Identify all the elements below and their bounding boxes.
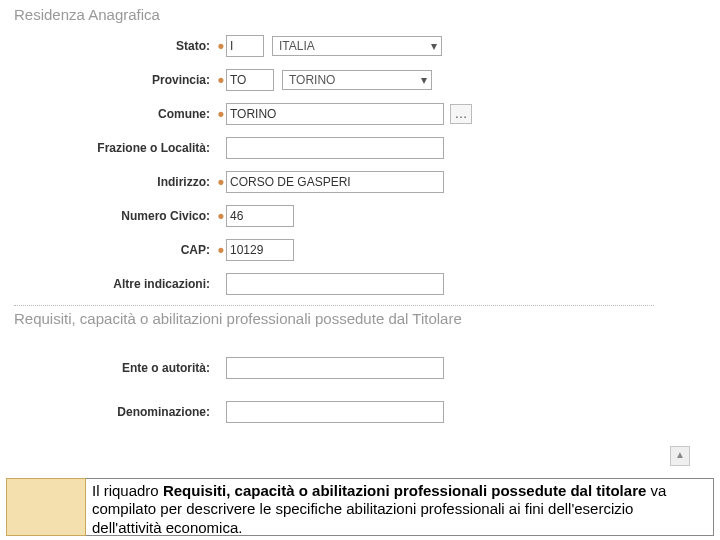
instruction-prefix: Il riquadro [92, 482, 163, 499]
label-comune: Comune: [10, 107, 216, 121]
altre-input[interactable] [226, 273, 444, 295]
required-dot: • [216, 177, 226, 187]
label-numero-civico: Numero Civico: [10, 209, 216, 223]
stato-select[interactable]: ITALIA ▾ [272, 36, 442, 56]
denominazione-input[interactable] [226, 401, 444, 423]
required-dot: • [216, 109, 226, 119]
ente-input[interactable] [226, 357, 444, 379]
instruction-text: Il riquadro Requisiti, capacità o abilit… [86, 478, 714, 536]
section-separator [14, 305, 654, 306]
label-frazione: Frazione o Località: [10, 141, 216, 155]
form-residenza: Residenza Anagrafica Stato: • ITALIA ▾ P… [0, 0, 720, 433]
required-dot: • [216, 211, 226, 221]
row-altre: Altre indicazioni: [10, 271, 690, 297]
row-frazione: Frazione o Località: [10, 135, 690, 161]
section-title-requisiti: Requisiti, capacità o abilitazioni profe… [14, 310, 690, 327]
scroll-up-button[interactable]: ▲ [670, 446, 690, 466]
instruction-bold: Requisiti, capacità o abilitazioni profe… [163, 482, 646, 499]
provincia-select-value: TORINO [289, 73, 335, 87]
row-cap: CAP: • [10, 237, 690, 263]
chevron-down-icon: ▾ [421, 73, 427, 87]
chevron-up-icon: ▲ [675, 449, 685, 460]
numero-civico-input[interactable] [226, 205, 294, 227]
provincia-select[interactable]: TORINO ▾ [282, 70, 432, 90]
callout-color-tab [6, 478, 86, 536]
provincia-code-input[interactable] [226, 69, 274, 91]
row-indirizzo: Indirizzo: • [10, 169, 690, 195]
comune-input[interactable] [226, 103, 444, 125]
label-indirizzo: Indirizzo: [10, 175, 216, 189]
ellipsis-icon: … [455, 106, 468, 121]
cap-input[interactable] [226, 239, 294, 261]
required-dot: • [216, 75, 226, 85]
label-ente: Ente o autorità: [10, 361, 216, 375]
label-provincia: Provincia: [10, 73, 216, 87]
label-denominazione: Denominazione: [10, 405, 216, 419]
frazione-input[interactable] [226, 137, 444, 159]
stato-select-value: ITALIA [279, 39, 315, 53]
chevron-down-icon: ▾ [431, 39, 437, 53]
required-dot: • [216, 245, 226, 255]
row-provincia: Provincia: • TORINO ▾ [10, 67, 690, 93]
indirizzo-input[interactable] [226, 171, 444, 193]
label-cap: CAP: [10, 243, 216, 257]
label-stato: Stato: [10, 39, 216, 53]
instruction-callout: Il riquadro Requisiti, capacità o abilit… [6, 478, 714, 536]
stato-code-input[interactable] [226, 35, 264, 57]
row-stato: Stato: • ITALIA ▾ [10, 33, 690, 59]
section-title-residenza: Residenza Anagrafica [14, 6, 690, 23]
row-numero-civico: Numero Civico: • [10, 203, 690, 229]
label-altre: Altre indicazioni: [10, 277, 216, 291]
comune-lookup-button[interactable]: … [450, 104, 472, 124]
row-denominazione: Denominazione: [10, 399, 690, 425]
required-dot: • [216, 41, 226, 51]
row-ente: Ente o autorità: [10, 355, 690, 381]
row-comune: Comune: • … [10, 101, 690, 127]
